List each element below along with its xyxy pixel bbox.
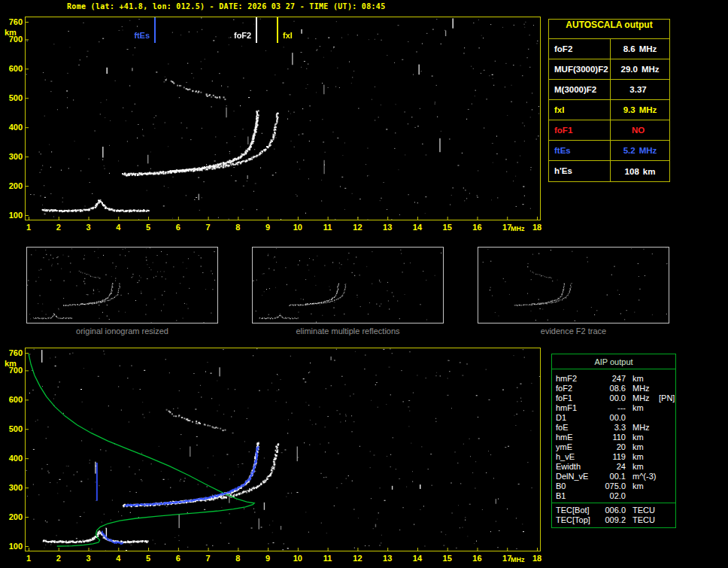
aip-row-unit: km: [632, 462, 657, 472]
aip-row-unit: [632, 491, 657, 501]
x-axis-tick-label: 7: [206, 223, 211, 232]
aip-tec-label: TEC[Top]: [556, 515, 599, 525]
y-axis-tick-label: 300: [3, 484, 23, 491]
autoscala-row: ftEs5.2MHz: [549, 141, 669, 161]
x-axis-tick-label: 6: [176, 554, 180, 563]
x-axis-tick-label: 5: [146, 223, 150, 232]
ionogram-plot-top: 760700600500400300200100km12345678910111…: [25, 17, 541, 220]
aip-row-unit: km: [632, 433, 657, 442]
autoscala-value-number: NO: [632, 126, 645, 135]
aip-row-value: 110: [599, 433, 626, 442]
y-axis-tick-label: 100: [3, 542, 23, 550]
aip-row-value: 08.6: [599, 384, 626, 393]
x-axis-unit-label: MHz: [511, 556, 525, 563]
autoscala-table-header: AUTOSCALA output: [549, 20, 669, 39]
aip-row-value: 02.0: [599, 491, 626, 501]
aip-row-value: 119: [599, 452, 626, 462]
marker-label-ftEs: ftEs: [134, 31, 150, 40]
y-axis-tick-label: 760: [3, 349, 23, 357]
autoscala-app-window: { "title": "Rome (lat: +41.8, lon: 012.5…: [0, 0, 728, 568]
aip-row-label: B0: [556, 481, 599, 491]
y-axis-tick-label: 200: [3, 513, 23, 521]
thumbnail-canvas-filtered: [253, 248, 443, 323]
x-axis-tick-label: 12: [353, 223, 362, 232]
aip-row-label: Ewidth: [556, 462, 599, 472]
x-axis-tick-label: 11: [323, 554, 332, 563]
x-axis-tick-label: 13: [383, 554, 392, 563]
thumbnail-original-ionogram: original ionogram resized: [26, 247, 218, 323]
x-axis-tick-label: 9: [265, 554, 270, 563]
autoscala-value-number: 8.6: [623, 44, 635, 53]
aip-row-value: 20: [599, 442, 626, 452]
aip-row-unit: MHz: [632, 384, 657, 393]
aip-row-unit: MHz: [632, 423, 657, 433]
aip-tec-value: 006.0: [599, 506, 626, 515]
autoscala-value-number: 108: [625, 167, 639, 176]
marker-label-foF2: foF2: [234, 31, 251, 40]
aip-row: Ewidth24km: [552, 462, 675, 472]
aip-row: foF208.6MHz: [552, 384, 675, 393]
aip-row-label: hmF1: [556, 403, 599, 413]
autoscala-output-table: AUTOSCALA output foF28.6MHzMUF(3000)F229…: [548, 19, 670, 182]
station-title: Rome (lat: +41.8, lon: 012.5) - DATE: 20…: [67, 2, 385, 11]
aip-row-label: ymE: [556, 442, 599, 452]
aip-row: B102.0: [552, 491, 675, 501]
aip-row-unit: m^(-3): [632, 472, 657, 481]
x-axis-tick-label: 8: [235, 223, 240, 232]
aip-row-value: 24: [599, 462, 626, 472]
autoscala-row: MUF(3000)F229.0MHz: [549, 59, 669, 80]
y-axis-tick-label: 100: [3, 211, 23, 219]
x-axis-tick-label: 13: [383, 223, 392, 232]
aip-tec-section: TEC[Bot]006.0TECUTEC[Top]009.2TECU: [552, 503, 675, 527]
y-axis-tick-label: 400: [3, 123, 23, 131]
aip-row-label: hmF2: [556, 374, 599, 384]
y-axis-unit-label: km: [3, 360, 23, 367]
autoscala-value-unit: km: [643, 167, 656, 176]
autoscala-row: M(3000)F23.37: [549, 80, 669, 100]
thumbnail-label-filtered: eliminate multiple reflections: [253, 327, 443, 336]
thumbnail-evidence-f2: evidence F2 trace: [478, 247, 669, 323]
autoscala-table-body: foF28.6MHzMUF(3000)F229.0MHzM(3000)F23.3…: [549, 39, 669, 181]
aip-row-value: 00.0: [599, 393, 626, 403]
autoscala-row-value: 3.37: [611, 85, 669, 94]
x-axis-tick-label: 16: [472, 554, 481, 563]
aip-row: DelN_vE00.1m^(-3): [552, 472, 675, 481]
autoscala-row: fxI9.3MHz: [549, 100, 669, 120]
aip-row-note: [PN]: [659, 393, 675, 403]
autoscala-row-value: NO: [611, 126, 669, 135]
y-axis-tick-label: 400: [3, 454, 23, 462]
y-axis-tick-label: 200: [3, 182, 23, 190]
x-axis-tick-label: 12: [353, 554, 362, 563]
thumbnail-eliminate-reflections: eliminate multiple reflections: [252, 247, 444, 323]
aip-row-unit: km: [632, 481, 657, 491]
aip-row-unit: km: [632, 452, 657, 462]
aip-row: hmF2247km: [552, 374, 675, 384]
y-axis-tick-label: 500: [3, 425, 23, 433]
autoscala-value-unit: MHz: [639, 44, 657, 53]
marker-line-fxI: [277, 17, 278, 43]
x-axis-tick-label: 4: [116, 554, 120, 563]
x-axis-tick-label: 10: [293, 554, 302, 563]
aip-row: B0075.0km: [552, 481, 675, 491]
aip-table-header: AIP output: [552, 354, 675, 369]
x-axis-tick-label: 14: [413, 554, 422, 563]
x-axis-tick-label: 3: [86, 554, 90, 563]
aip-row: D100.0: [552, 413, 675, 423]
autoscala-row-label: MUF(3000)F2: [549, 59, 611, 79]
thumbnail-label-f2: evidence F2 trace: [478, 327, 669, 336]
aip-row-label: foF1: [556, 393, 599, 403]
aip-row-unit: km: [632, 442, 657, 452]
autoscala-row-label: foF2: [549, 39, 611, 59]
autoscala-row: foF28.6MHz: [549, 39, 669, 59]
x-axis-tick-label: 18: [532, 223, 541, 232]
aip-tec-unit: TECU: [632, 506, 657, 515]
autoscala-row-label: M(3000)F2: [549, 80, 611, 99]
x-axis-tick-label: 6: [176, 223, 180, 232]
autoscala-row-value: 8.6MHz: [611, 44, 669, 53]
autoscala-row: h'Es108km: [549, 161, 669, 181]
aip-row-unit: [632, 413, 657, 423]
autoscala-row: foF1NO: [549, 120, 669, 141]
aip-row-unit: km: [632, 403, 657, 413]
autoscala-row-value: 9.3MHz: [611, 105, 669, 114]
x-axis-tick-label: 2: [56, 223, 61, 232]
